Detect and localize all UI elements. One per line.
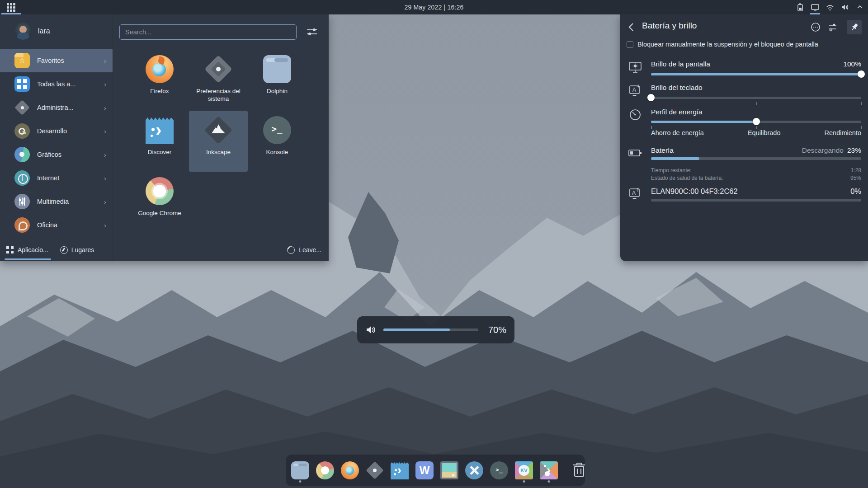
slider-tick — [651, 126, 652, 129]
search-row — [119, 24, 322, 40]
top-panel: 29 May 2022 | 16:26 — [0, 0, 868, 14]
inkscape-icon — [204, 116, 232, 144]
sidebar-item-todas[interactable]: Todas las a... — [0, 72, 113, 96]
dock-item-kvantum[interactable] — [515, 457, 533, 483]
peripheral-label: ELAN900C:00 04F3:2C62 — [651, 187, 738, 196]
user-row[interactable]: lara — [0, 14, 113, 46]
configure-icon[interactable] — [826, 20, 840, 34]
panel-header: Batería y brillo — [620, 19, 868, 37]
app-google-chrome[interactable]: Google Chrome — [130, 172, 189, 233]
launcher-active-underline — [1, 13, 21, 14]
dock-item-system-settings[interactable] — [366, 457, 384, 483]
development-tools-icon — [14, 123, 30, 139]
network-icon[interactable] — [825, 0, 835, 14]
manual-block-checkbox-row[interactable]: Bloquear manualmente la suspensión y el … — [627, 41, 818, 48]
dock-item-firefox[interactable] — [341, 457, 359, 483]
sidebar-item-desarrollo[interactable]: Desarrollo — [0, 119, 113, 143]
graphics-icon — [14, 147, 30, 162]
running-indicator — [523, 480, 525, 483]
volume-icon[interactable] — [840, 0, 850, 14]
pin-icon[interactable] — [847, 20, 862, 34]
battery-status: Descargando — [802, 146, 844, 154]
category-label: Desarrollo — [37, 127, 67, 135]
launcher-main-area: Firefox Preferencias del sistema Dolphin… — [113, 14, 329, 261]
screen-brightness-slider[interactable] — [651, 70, 861, 78]
dock-item-trash[interactable] — [571, 457, 587, 483]
dolphin-icon — [263, 55, 291, 83]
option-equilibrado[interactable]: Equilibrado — [748, 129, 781, 136]
konsole-icon — [263, 116, 291, 144]
sidebar-item-internet[interactable]: Internet — [0, 166, 113, 190]
all-apps-grid-icon — [14, 76, 30, 92]
leave-button[interactable]: Leave... — [287, 239, 321, 261]
power-profile-icon — [627, 108, 644, 124]
tab-label: Aplicacio... — [18, 246, 48, 253]
system-settings-icon — [366, 461, 384, 479]
status-ellipsis-icon[interactable] — [808, 20, 823, 34]
dock-item-discover[interactable] — [391, 457, 409, 483]
power-profile-slider[interactable] — [651, 118, 861, 125]
sidebar-item-multimedia[interactable]: Multimedia — [0, 190, 113, 213]
volume-icon — [365, 324, 377, 336]
tab-places[interactable]: Lugares — [60, 239, 94, 261]
slider-tick — [756, 126, 757, 129]
display-brightness-icon[interactable] — [810, 0, 821, 14]
avatar[interactable] — [14, 23, 32, 40]
battery-value: Descargando23% — [802, 146, 861, 155]
places-compass-icon — [60, 246, 68, 254]
sidebar-item-favoritos[interactable]: Favoritos — [0, 49, 113, 72]
back-button[interactable] — [626, 21, 637, 33]
peripheral-progressbar — [651, 199, 861, 202]
dock-item-gwenview[interactable] — [440, 457, 458, 483]
slider-handle[interactable] — [753, 118, 760, 125]
app-label: Preferencias del sistema — [193, 87, 244, 103]
screen-brightness-label: Brillo de la pantalla — [651, 60, 710, 68]
sidebar-item-graficos[interactable]: Gráficos — [0, 143, 113, 166]
app-discover[interactable]: Discover — [130, 111, 189, 172]
desktop: 29 May 2022 | 16:26 lara — [0, 0, 868, 488]
app-dolphin[interactable]: Dolphin — [248, 50, 307, 111]
checkbox-label: Bloquear manualmente la suspensión y el … — [637, 41, 818, 48]
tab-applications[interactable]: Aplicacio... — [6, 239, 48, 261]
digital-clock[interactable]: 29 May 2022 | 16:26 — [0, 4, 868, 11]
dock-item-chrome[interactable] — [316, 457, 334, 483]
sidebar-item-oficina[interactable]: Oficina — [0, 213, 113, 237]
expand-caret-icon[interactable] — [854, 0, 865, 14]
slider-handle[interactable] — [858, 70, 865, 78]
app-grid: Firefox Preferencias del sistema Dolphin… — [130, 50, 307, 233]
screen-brightness-icon — [627, 60, 644, 76]
search-input[interactable] — [119, 24, 297, 40]
configure-icon[interactable] — [307, 28, 317, 36]
volume-osd-bar — [383, 328, 478, 331]
applications-grid-icon — [6, 246, 14, 254]
category-label: Administra... — [37, 104, 74, 111]
app-preferencias-del-sistema[interactable]: Preferencias del sistema — [189, 50, 248, 111]
app-firefox[interactable]: Firefox — [130, 50, 189, 111]
option-rendimiento[interactable]: Rendimiento — [825, 129, 861, 136]
dock-item-konsole[interactable] — [490, 457, 508, 483]
detail-value: 1:28 — [851, 167, 861, 174]
gwenview-icon — [440, 461, 458, 479]
category-label: Oficina — [37, 221, 57, 229]
app-konsole[interactable]: Konsole — [248, 111, 307, 172]
battery-icon[interactable] — [795, 0, 806, 14]
konsole-icon — [490, 461, 508, 479]
app-inkscape[interactable]: Inkscape — [189, 111, 248, 172]
sidebar-item-administracion[interactable]: Administra... — [0, 96, 113, 119]
dock-item-writer[interactable]: W — [415, 457, 434, 483]
dock-item-multicolor-app[interactable] — [540, 457, 558, 483]
app-label: Google Chrome — [138, 209, 181, 217]
system-settings-icon — [204, 55, 232, 83]
dock: W — [286, 455, 585, 486]
leave-label: Leave... — [299, 246, 321, 253]
keyboard-brightness-label: Brillo del teclado — [651, 84, 703, 92]
app-label: Dolphin — [267, 87, 288, 95]
dock-item-vscode[interactable] — [465, 457, 483, 483]
option-ahorro[interactable]: Ahorro de energía — [651, 129, 704, 136]
volume-osd: 70% — [357, 316, 514, 343]
keyboard-brightness-slider[interactable] — [651, 94, 861, 101]
slider-handle[interactable] — [647, 94, 655, 101]
checkbox[interactable] — [627, 41, 633, 48]
dock-item-dolphin[interactable] — [291, 457, 309, 483]
discover-icon — [391, 461, 409, 479]
